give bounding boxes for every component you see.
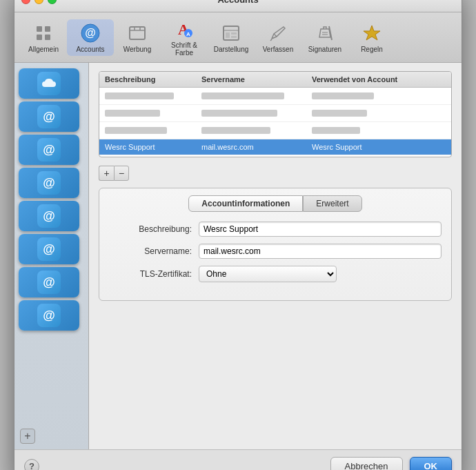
verfassen-icon — [267, 22, 289, 44]
toolbar-item-signaturen[interactable]: Signaturen — [301, 19, 348, 56]
darstellung-label: Darstellung — [214, 46, 249, 53]
at7-icon: @ — [37, 304, 61, 327]
servername-input[interactable] — [199, 244, 442, 259]
servername-label: Servername: — [109, 246, 199, 256]
svg-rect-11 — [226, 32, 230, 38]
minimize-button[interactable] — [34, 0, 43, 4]
sidebar-item-at5[interactable]: @ — [19, 234, 79, 264]
sidebar: @ @ @ @ @ — [14, 63, 89, 449]
at3-icon: @ — [37, 171, 61, 195]
col-header-beschreibung: Beschreibung — [99, 74, 196, 85]
toolbar: Allgemein @ Accounts Werbung — [14, 12, 462, 63]
tab-accountinfo[interactable]: Accountinformationen — [188, 195, 303, 212]
sidebar-item-at6[interactable]: @ — [19, 267, 79, 297]
table-row-selected[interactable]: Wesrc Support mail.wesrc.com Wesrc Suppo… — [99, 139, 451, 155]
form-row-beschreibung: Beschreibung: — [109, 222, 442, 237]
close-button[interactable] — [21, 0, 30, 4]
ok-button[interactable]: OK — [410, 457, 453, 470]
svg-rect-1 — [45, 26, 50, 32]
tls-label: TLS-Zertifikat: — [109, 269, 199, 279]
svg-rect-2 — [37, 35, 42, 40]
beschreibung-label: Beschreibung: — [109, 224, 199, 234]
verfassen-label: Verfassen — [263, 46, 293, 53]
table-body: Wesrc Support mail.wesrc.com Wesrc Suppo… — [99, 88, 451, 157]
table-row[interactable] — [99, 105, 451, 122]
tab-bar: Accountinformationen Erweitert — [109, 195, 442, 212]
table-cell-servername — [196, 124, 306, 137]
selected-servername: mail.wesrc.com — [196, 141, 306, 153]
form-row-servername: Servername: — [109, 244, 442, 259]
beschreibung-input[interactable] — [199, 222, 442, 237]
darstellung-icon — [220, 22, 242, 44]
svg-text:@: @ — [85, 27, 96, 39]
cancel-button[interactable]: Abbrechen — [330, 457, 403, 470]
table-cell-servername — [196, 90, 306, 102]
allgemein-icon — [32, 22, 54, 44]
table-actions: + − — [99, 166, 452, 181]
table-cell-verwendet — [306, 124, 451, 137]
account-details-section: Accountinformationen Erweitert Beschreib… — [99, 188, 452, 301]
signaturen-icon — [314, 22, 336, 44]
werbung-icon — [126, 22, 148, 44]
svg-text:A: A — [186, 31, 190, 37]
toolbar-item-werbung[interactable]: Werbung — [114, 19, 161, 56]
window-title: Accounts — [217, 0, 258, 5]
main-panel: Beschreibung Servername Verwendet von Ac… — [89, 63, 462, 449]
col-header-verwendet: Verwendet von Account — [306, 74, 451, 85]
help-button[interactable]: ? — [24, 459, 39, 471]
table-row[interactable] — [99, 88, 451, 105]
table-row[interactable] — [99, 122, 451, 139]
table-cell-servername — [196, 107, 306, 119]
cloud-icon — [37, 72, 61, 95]
accounts-icon: @ — [79, 22, 101, 44]
svg-rect-12 — [231, 32, 237, 35]
allgemein-label: Allgemein — [28, 46, 59, 53]
sidebar-item-at3[interactable]: @ — [19, 168, 79, 198]
maximize-button[interactable] — [48, 0, 57, 4]
table-cell-beschreibung — [99, 124, 196, 137]
toolbar-item-regeln[interactable]: Regeln — [348, 19, 395, 56]
col-header-servername: Servername — [196, 74, 306, 85]
at2-icon: @ — [37, 138, 61, 161]
toolbar-item-allgemein[interactable]: Allgemein — [20, 19, 67, 56]
table-cell-beschreibung — [99, 107, 196, 119]
add-account-button[interactable]: + — [99, 166, 114, 181]
selected-beschreibung: Wesrc Support — [99, 141, 196, 153]
accounts-label: Accounts — [76, 46, 104, 53]
regeln-icon — [361, 22, 383, 44]
traffic-lights — [21, 0, 57, 4]
svg-rect-13 — [231, 36, 237, 38]
toolbar-item-accounts[interactable]: @ Accounts — [67, 19, 114, 56]
tab-erweitert[interactable]: Erweitert — [303, 195, 361, 212]
regeln-label: Regeln — [361, 46, 383, 53]
sidebar-item-at1[interactable]: @ — [19, 101, 79, 132]
table-cell-verwendet — [306, 90, 451, 102]
accounts-table: Beschreibung Servername Verwendet von Ac… — [99, 71, 452, 157]
schrift-label: Schrift & Farbe — [165, 41, 204, 57]
bottom-bar: ? Abbrechen OK — [14, 449, 462, 470]
toolbar-item-verfassen[interactable]: Verfassen — [255, 19, 301, 56]
toolbar-item-darstellung[interactable]: Darstellung — [208, 19, 255, 56]
table-header: Beschreibung Servername Verwendet von Ac… — [99, 72, 451, 88]
content-area: @ @ @ @ @ — [14, 63, 462, 449]
tls-select[interactable]: Ohne Immer Bei Bedarf — [199, 266, 337, 282]
sidebar-item-at7[interactable]: @ — [19, 300, 79, 331]
svg-rect-0 — [37, 26, 42, 32]
svg-marker-15 — [364, 26, 380, 40]
sidebar-item-at4[interactable]: @ — [19, 201, 79, 231]
sidebar-item-at2[interactable]: @ — [19, 135, 79, 165]
werbung-label: Werbung — [123, 46, 151, 53]
form-row-tls: TLS-Zertifikat: Ohne Immer Bei Bedarf — [109, 266, 442, 282]
remove-account-button[interactable]: − — [114, 166, 129, 181]
main-window: Accounts Allgemein @ Accounts — [14, 0, 462, 470]
sidebar-item-cloud[interactable] — [19, 68, 79, 99]
table-cell-beschreibung — [99, 90, 196, 102]
svg-rect-3 — [45, 35, 50, 40]
toolbar-item-schrift[interactable]: A A Schrift & Farbe — [161, 15, 208, 59]
svg-rect-6 — [130, 27, 145, 39]
at1-icon: @ — [37, 105, 61, 128]
at4-icon: @ — [37, 204, 61, 228]
sidebar-add-button[interactable]: + — [20, 429, 35, 444]
titlebar: Accounts — [14, 0, 462, 12]
at5-icon: @ — [37, 237, 61, 261]
